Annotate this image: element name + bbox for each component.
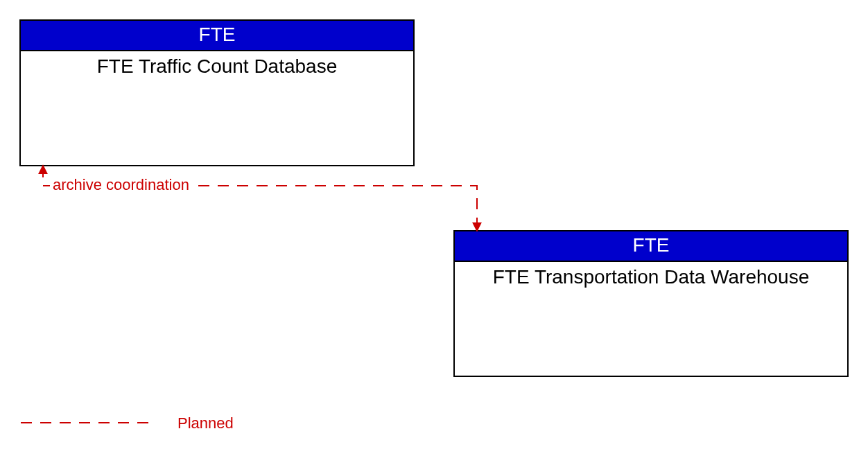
node-title: FTE Traffic Count Database bbox=[21, 51, 413, 82]
node-title: FTE Transportation Data Warehouse bbox=[455, 262, 847, 292]
legend-label-planned: Planned bbox=[177, 414, 234, 432]
node-header: FTE bbox=[21, 21, 413, 51]
node-header: FTE bbox=[455, 231, 847, 262]
node-fte-traffic-count-database[interactable]: FTE FTE Traffic Count Database bbox=[19, 19, 415, 166]
node-fte-transportation-data-warehouse[interactable]: FTE FTE Transportation Data Warehouse bbox=[453, 230, 849, 377]
flow-label-archive-coordination: archive coordination bbox=[50, 176, 192, 194]
